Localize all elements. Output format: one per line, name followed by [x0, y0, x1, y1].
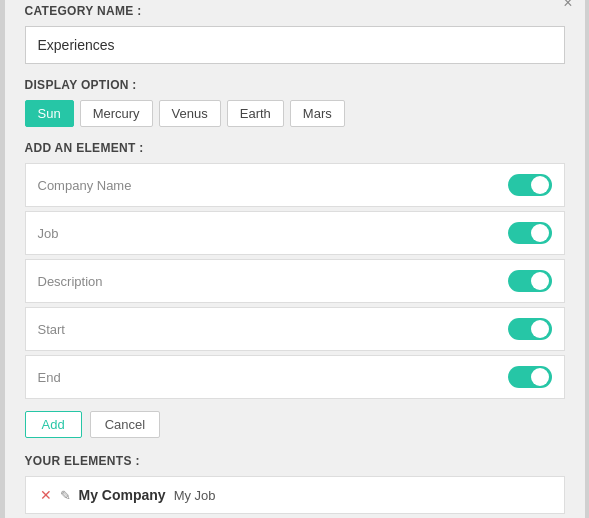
field-label-company-name: Company Name	[38, 178, 508, 193]
toggle-end[interactable]	[508, 366, 552, 388]
edit-icon[interactable]: ✎	[60, 488, 71, 503]
field-label-job: Job	[38, 226, 508, 241]
category-name-input[interactable]	[25, 26, 565, 64]
toggle-slider-description	[508, 270, 552, 292]
element-company: My Company	[79, 487, 166, 503]
field-row-description: Description	[25, 259, 565, 303]
display-option-label: DISPLAY OPTION :	[25, 78, 565, 92]
add-element-label: ADD AN ELEMENT :	[25, 141, 565, 155]
toggle-slider-company-name	[508, 174, 552, 196]
toggle-start[interactable]	[508, 318, 552, 340]
field-row-start: Start	[25, 307, 565, 351]
your-elements-section: YOUR ELEMENTS : ✕ ✎ My Company My Job	[25, 454, 565, 514]
toggle-slider-job	[508, 222, 552, 244]
delete-icon[interactable]: ✕	[40, 487, 52, 503]
action-buttons: Add Cancel	[25, 411, 565, 438]
add-button[interactable]: Add	[25, 411, 82, 438]
option-earth[interactable]: Earth	[227, 100, 284, 127]
element-item: ✕ ✎ My Company My Job	[25, 476, 565, 514]
toggle-job[interactable]	[508, 222, 552, 244]
close-button[interactable]: ×	[563, 0, 572, 12]
toggle-company-name[interactable]	[508, 174, 552, 196]
toggle-description[interactable]	[508, 270, 552, 292]
option-sun[interactable]: Sun	[25, 100, 74, 127]
field-label-end: End	[38, 370, 508, 385]
field-row-job: Job	[25, 211, 565, 255]
field-label-description: Description	[38, 274, 508, 289]
your-elements-label: YOUR ELEMENTS :	[25, 454, 565, 468]
field-row-company-name: Company Name	[25, 163, 565, 207]
option-mercury[interactable]: Mercury	[80, 100, 153, 127]
category-name-label: CATEGORY NAME :	[25, 4, 565, 18]
display-options-group: Sun Mercury Venus Earth Mars	[25, 100, 565, 127]
option-mars[interactable]: Mars	[290, 100, 345, 127]
element-job: My Job	[174, 488, 216, 503]
toggle-slider-start	[508, 318, 552, 340]
modal-container: × CATEGORY NAME : DISPLAY OPTION : Sun M…	[5, 0, 585, 518]
field-row-end: End	[25, 355, 565, 399]
toggle-slider-end	[508, 366, 552, 388]
field-label-start: Start	[38, 322, 508, 337]
cancel-button[interactable]: Cancel	[90, 411, 160, 438]
option-venus[interactable]: Venus	[159, 100, 221, 127]
